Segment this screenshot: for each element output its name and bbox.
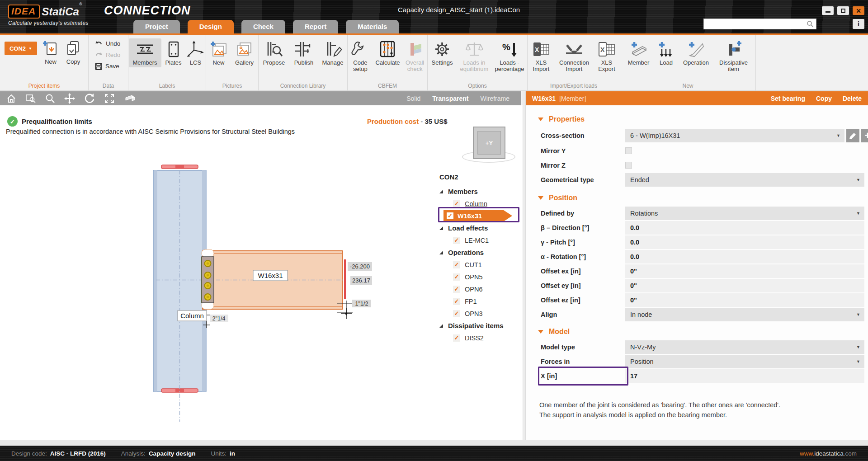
- redo-button[interactable]: Redo: [89, 49, 128, 61]
- connection-import-button[interactable]: Connection Import: [555, 38, 593, 74]
- mirror-y-checkbox[interactable]: [625, 147, 632, 154]
- mirror-z-checkbox[interactable]: [625, 162, 632, 169]
- new-project-button[interactable]: New: [40, 38, 61, 66]
- new-member-button[interactable]: Member: [624, 38, 654, 67]
- info-button[interactable]: i: [853, 19, 864, 29]
- tree-item-column[interactable]: ✓ Column: [436, 198, 522, 210]
- website-link[interactable]: www.ideastatica.com: [800, 450, 857, 457]
- collapse-icon[interactable]: [538, 196, 543, 200]
- column-member[interactable]: [153, 170, 206, 391]
- section-model[interactable]: Model: [538, 328, 570, 336]
- close-button[interactable]: ✕: [853, 6, 864, 15]
- pan-icon[interactable]: [64, 93, 75, 104]
- undo-button[interactable]: Undo: [89, 38, 128, 49]
- copy-project-button[interactable]: Copy: [62, 38, 84, 66]
- maximize-button[interactable]: [837, 6, 849, 15]
- new-load-button[interactable]: Load: [656, 38, 677, 67]
- tree-item-opn5[interactable]: ✓ OPN5: [436, 271, 522, 283]
- xls-export-button[interactable]: X XLS Export: [594, 38, 619, 74]
- zoom-icon[interactable]: [45, 94, 55, 103]
- checkbox-checked-icon[interactable]: ✓: [447, 212, 453, 219]
- add-cross-section-button[interactable]: +: [861, 129, 868, 142]
- edit-cross-section-button[interactable]: [846, 129, 859, 142]
- offset-ey-input[interactable]: 0": [625, 279, 864, 292]
- tab-materials[interactable]: Materials: [346, 20, 399, 33]
- collapse-icon[interactable]: [538, 330, 543, 334]
- offset-ex-input[interactable]: 0": [625, 264, 864, 278]
- tab-report[interactable]: Report: [293, 20, 338, 33]
- tree-item-fp1[interactable]: ✓ FP1: [436, 295, 522, 307]
- view-mode-solid[interactable]: Solid: [406, 95, 420, 102]
- delete-member-button[interactable]: Delete: [843, 95, 862, 102]
- expander-icon[interactable]: [439, 226, 443, 230]
- panel-splitter[interactable]: [523, 91, 526, 440]
- loads-percentage-button[interactable]: % Loads - percentage: [492, 38, 527, 74]
- align-dropdown[interactable]: In node▼: [625, 308, 864, 321]
- publish-button[interactable]: Publish: [290, 38, 318, 67]
- checkbox-checked-icon[interactable]: ✓: [453, 261, 460, 268]
- cross-section-dropdown[interactable]: 6 - W(Imp)16X31▼: [625, 129, 844, 142]
- zoom-window-icon[interactable]: [25, 94, 36, 103]
- view-mode-wireframe[interactable]: Wireframe: [480, 95, 509, 102]
- tree-item-w16x31-selected[interactable]: ✓ W16x31: [436, 210, 522, 222]
- checkbox-checked-icon[interactable]: ✓: [453, 298, 460, 305]
- checkbox-checked-icon[interactable]: ✓: [453, 200, 460, 207]
- model-type-dropdown[interactable]: N-Vz-My▼: [625, 340, 864, 354]
- tree-item-opn3[interactable]: ✓ OPN3: [436, 307, 522, 320]
- defined-by-dropdown[interactable]: Rotations▼: [625, 207, 864, 220]
- rotate-icon[interactable]: [84, 93, 95, 104]
- section-position[interactable]: Position: [538, 194, 577, 202]
- alpha-rotation-input[interactable]: 0.0: [625, 250, 864, 263]
- new-picture-button[interactable]: New: [208, 38, 230, 67]
- plates-labels-button[interactable]: Plates: [163, 38, 184, 67]
- model-canvas[interactable]: ✓ Prequalification limits Prequalified c…: [0, 105, 523, 440]
- lcs-labels-button[interactable]: LCS: [186, 38, 206, 67]
- tree-section-load-effects[interactable]: Load effects: [436, 222, 522, 234]
- set-bearing-button[interactable]: Set bearing: [771, 95, 805, 102]
- checkbox-checked-icon[interactable]: ✓: [453, 273, 460, 281]
- members-labels-button[interactable]: Members: [129, 38, 161, 67]
- tree-item-cut1[interactable]: ✓ CUT1: [436, 259, 522, 271]
- geometrical-type-dropdown[interactable]: Ended▼: [625, 173, 864, 187]
- solid-view-icon[interactable]: [124, 94, 137, 103]
- tree-section-dissipative-items[interactable]: Dissipative items: [436, 320, 522, 332]
- checkbox-checked-icon[interactable]: ✓: [453, 286, 460, 293]
- beta-direction-input[interactable]: 0.0: [625, 221, 864, 235]
- new-operation-button[interactable]: Operation: [679, 38, 713, 67]
- tree-item-diss2[interactable]: ✓ DISS2: [436, 332, 522, 344]
- gallery-button[interactable]: Gallery: [232, 38, 257, 67]
- search-input[interactable]: [704, 19, 807, 28]
- gamma-pitch-input[interactable]: 0.0: [625, 235, 864, 249]
- home-view-icon[interactable]: [6, 94, 16, 103]
- expander-icon[interactable]: [439, 324, 443, 328]
- x-position-input[interactable]: 17: [625, 369, 864, 383]
- forces-in-dropdown[interactable]: Position▼: [625, 355, 864, 368]
- calculate-button[interactable]: Calculate: [374, 38, 402, 67]
- expander-icon[interactable]: [439, 251, 443, 254]
- checkbox-checked-icon[interactable]: ✓: [453, 310, 460, 317]
- loads-in-equilibrium-button[interactable]: Loads in equilibrium: [457, 38, 491, 74]
- search-box[interactable]: [703, 19, 816, 29]
- expander-icon[interactable]: [439, 190, 443, 193]
- tab-check[interactable]: Check: [241, 20, 285, 33]
- code-setup-button[interactable]: Code setup: [348, 38, 373, 74]
- settings-button[interactable]: Settings: [428, 38, 456, 67]
- overall-check-button[interactable]: Overall check: [402, 38, 427, 74]
- tree-item-le-mc1[interactable]: ✓ LE-MC1: [436, 234, 522, 246]
- section-properties[interactable]: Properties: [538, 115, 585, 123]
- propose-button[interactable]: Propose: [259, 38, 289, 67]
- tab-project[interactable]: Project: [133, 20, 180, 33]
- manage-button[interactable]: Manage: [319, 38, 347, 67]
- view-mode-transparent[interactable]: Transparent: [432, 95, 468, 102]
- xls-import-button[interactable]: X XLS Import: [528, 38, 554, 74]
- view-cube[interactable]: +Y: [462, 126, 516, 166]
- zoom-fit-icon[interactable]: [104, 93, 115, 104]
- offset-ez-input[interactable]: 0": [625, 293, 864, 307]
- checkbox-checked-icon[interactable]: ✓: [453, 237, 460, 244]
- checkbox-checked-icon[interactable]: ✓: [453, 334, 460, 342]
- collapse-icon[interactable]: [538, 118, 543, 121]
- tree-item-opn6[interactable]: ✓ OPN6: [436, 283, 522, 295]
- con2-dropdown-button[interactable]: CON2▼: [5, 42, 37, 55]
- save-button[interactable]: Save: [89, 61, 128, 72]
- tab-design[interactable]: Design: [188, 20, 234, 33]
